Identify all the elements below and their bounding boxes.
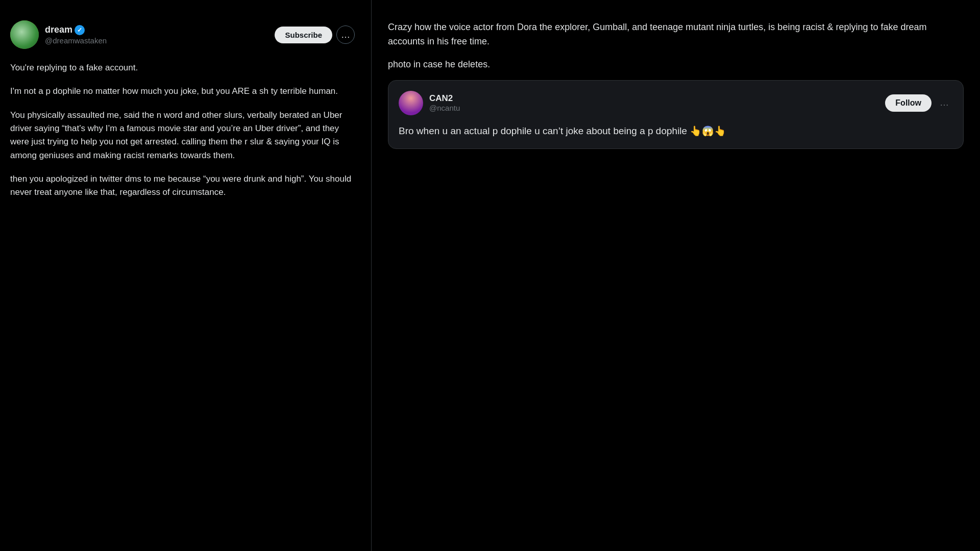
quoted-avatar[interactable] (399, 91, 423, 115)
quoted-profile-info: CAN2 @ncantu (429, 93, 885, 112)
more-options-icon: … (341, 30, 350, 40)
tweet-content: You're replying to a fake account. I'm n… (10, 61, 355, 199)
tweet-paragraph-2: I'm not a p dophile no matter how much y… (10, 85, 355, 98)
quoted-username: @ncantu (429, 104, 885, 112)
profile-info: dream ✓ @dreamwastaken (45, 24, 275, 45)
photo-note: photo in case he deletes. (388, 59, 964, 70)
quoted-more-options-button[interactable]: … (936, 95, 953, 110)
follow-button[interactable]: Follow (885, 94, 932, 112)
display-name-text: dream (45, 24, 72, 35)
username: @dreamwastaken (45, 36, 275, 45)
left-panel: dream ✓ @dreamwastaken Subscribe … You'r… (0, 0, 372, 551)
quoted-tweet-header: CAN2 @ncantu Follow … (399, 91, 953, 115)
quoted-display-name: CAN2 (429, 93, 885, 104)
subscribe-button[interactable]: Subscribe (275, 27, 332, 43)
quoted-tweet-content: Bro when u an actual p dophile u can’t j… (399, 123, 953, 138)
header-actions: Subscribe … (275, 26, 355, 44)
quoted-more-options-icon: … (940, 97, 949, 108)
quoted-tweet-card: CAN2 @ncantu Follow … Bro when u an actu… (388, 80, 964, 149)
profile-header: dream ✓ @dreamwastaken Subscribe … (10, 20, 355, 49)
tweet-paragraph-3: You physically assaulted me, said the n … (10, 109, 355, 162)
display-name: dream ✓ (45, 24, 275, 35)
avatar[interactable] (10, 20, 39, 49)
verified-badge-icon: ✓ (75, 25, 85, 35)
quoted-tweet-actions: Follow … (885, 94, 953, 112)
main-tweet-text: Crazy how the voice actor from Dora the … (388, 20, 964, 49)
tweet-paragraph-1: You're replying to a fake account. (10, 61, 355, 74)
more-options-button[interactable]: … (336, 26, 355, 44)
tweet-paragraph-4: then you apologized in twitter dms to me… (10, 172, 355, 199)
right-panel: Crazy how the voice actor from Dora the … (372, 0, 980, 551)
